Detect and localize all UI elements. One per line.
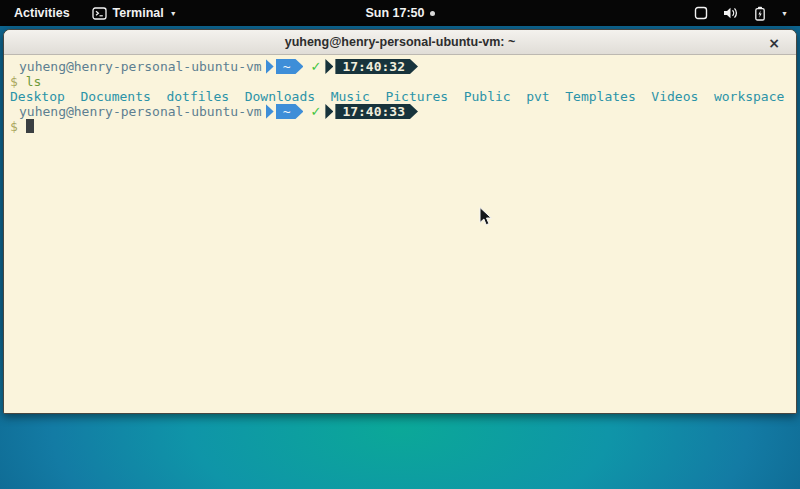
system-status-area[interactable]: ▼ bbox=[694, 6, 800, 21]
directory-name: workspace bbox=[714, 89, 784, 104]
notification-dot-icon bbox=[430, 11, 435, 16]
directory-name: Downloads bbox=[245, 89, 315, 104]
terminal-cursor bbox=[26, 119, 34, 133]
powerline-arrow-icon bbox=[266, 59, 274, 74]
prompt-path-segment: ~ bbox=[276, 59, 304, 74]
prompt-time-segment: 17:40:32 bbox=[335, 59, 418, 74]
status-check-icon: ✓ bbox=[310, 59, 321, 74]
directory-name: Templates bbox=[565, 89, 635, 104]
screen-icon bbox=[694, 6, 708, 20]
prompt-symbol: $ bbox=[10, 74, 18, 89]
prompt-time-segment: 17:40:33 bbox=[335, 104, 418, 119]
directory-name: Public bbox=[464, 89, 511, 104]
app-menu-label: Terminal bbox=[113, 6, 164, 20]
directory-name: Music bbox=[331, 89, 370, 104]
directory-name: pvt bbox=[526, 89, 549, 104]
powerline-arrow-icon bbox=[325, 59, 333, 74]
status-check-icon: ✓ bbox=[310, 104, 321, 119]
prompt-user-host: yuheng@henry-personal-ubuntu-vm bbox=[19, 59, 262, 74]
input-line: $ bbox=[10, 119, 794, 134]
command-text: ls bbox=[26, 74, 42, 89]
chevron-down-icon: ▼ bbox=[170, 10, 177, 17]
activities-button[interactable]: Activities bbox=[10, 6, 74, 20]
top-bar: Activities Terminal ▼ Sun 17:50 bbox=[0, 0, 800, 26]
terminal-icon bbox=[92, 7, 107, 20]
terminal-screen[interactable]: yuheng@henry-personal-ubuntu-vm ~ ✓ 17:4… bbox=[4, 55, 796, 413]
clock[interactable]: Sun 17:50 bbox=[365, 6, 424, 20]
directory-name: dotfiles bbox=[166, 89, 229, 104]
powerline-arrow-icon bbox=[266, 104, 274, 119]
directory-name: Documents bbox=[80, 89, 150, 104]
prompt-symbol: $ bbox=[10, 119, 18, 134]
window-title: yuheng@henry-personal-ubuntu-vm: ~ bbox=[285, 35, 516, 49]
volume-icon bbox=[723, 6, 739, 20]
prompt-line: yuheng@henry-personal-ubuntu-vm ~ ✓ 17:4… bbox=[10, 104, 794, 119]
chevron-down-icon: ▼ bbox=[781, 10, 788, 17]
command-line: $ ls bbox=[10, 74, 794, 89]
prompt-user-host: yuheng@henry-personal-ubuntu-vm bbox=[19, 104, 262, 119]
directory-name: Desktop bbox=[10, 89, 65, 104]
directory-name: Videos bbox=[651, 89, 698, 104]
terminal-window: yuheng@henry-personal-ubuntu-vm: ~ × yuh… bbox=[3, 29, 797, 414]
powerline-arrow-icon bbox=[325, 104, 333, 119]
app-menu-terminal[interactable]: Terminal ▼ bbox=[92, 6, 177, 20]
window-titlebar[interactable]: yuheng@henry-personal-ubuntu-vm: ~ × bbox=[4, 30, 796, 55]
prompt-line: yuheng@henry-personal-ubuntu-vm ~ ✓ 17:4… bbox=[10, 59, 794, 74]
prompt-path-segment: ~ bbox=[276, 104, 304, 119]
directory-name: Pictures bbox=[385, 89, 448, 104]
top-bar-left: Activities Terminal ▼ bbox=[0, 6, 177, 20]
ls-output-line: DesktopDocumentsdotfilesDownloadsMusicPi… bbox=[10, 89, 794, 104]
close-button[interactable]: × bbox=[764, 30, 784, 55]
battery-charging-icon bbox=[754, 6, 766, 21]
